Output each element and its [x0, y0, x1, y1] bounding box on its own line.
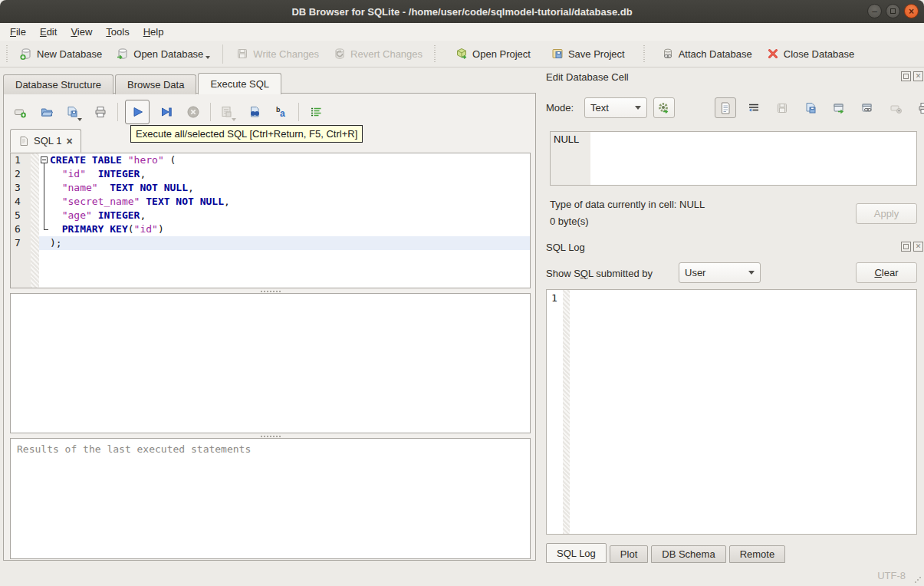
fold-column	[39, 209, 50, 222]
autocomplete-button[interactable]: ba	[271, 101, 291, 123]
edit-cell-dock-buttons: ✕	[901, 71, 923, 81]
tab-database-structure[interactable]: Database Structure	[3, 74, 113, 94]
sql-file-tab[interactable]: SQL 1 ×	[10, 129, 81, 153]
fold-margin	[31, 181, 39, 195]
editor-line[interactable]: 2 "id" INTEGER,	[11, 167, 530, 181]
clear-log-button[interactable]: Clear	[856, 262, 917, 283]
write-changes-button[interactable]: Write Changes	[229, 44, 326, 64]
float-dock-button[interactable]	[901, 71, 911, 81]
open-database-button[interactable]: Open Database	[109, 44, 217, 64]
tab-plot[interactable]: Plot	[610, 545, 648, 563]
editor-line[interactable]: 5 "age" INTEGER,	[11, 209, 530, 222]
resize-grip[interactable]	[915, 577, 921, 583]
maximize-button[interactable]	[886, 4, 900, 18]
copy-link-button[interactable]	[857, 97, 878, 118]
line-number: 1	[11, 153, 31, 167]
results-message-pane[interactable]: Results of the last executed statements	[10, 438, 531, 559]
attach-database-button[interactable]: Attach Database	[654, 44, 759, 64]
editor-line[interactable]: 6 PRIMARY KEY("id")	[11, 222, 530, 236]
attach-database-icon	[661, 47, 675, 61]
tab-browse-data[interactable]: Browse Data	[115, 74, 196, 94]
menu-file[interactable]: File	[3, 24, 33, 40]
open-sql-tab-button[interactable]	[10, 101, 30, 123]
open-external-button[interactable]	[828, 97, 850, 118]
save-sql-dropdown-icon[interactable]	[77, 118, 82, 121]
export-cell-button[interactable]	[800, 97, 821, 118]
editor-line[interactable]: 4 "secret_name" TEXT NOT NULL,	[11, 195, 530, 209]
editor-line[interactable]: 7);	[11, 236, 530, 250]
editor-line[interactable]: 1CREATE TABLE "hero" (	[11, 153, 530, 167]
tab-execute-sql[interactable]: Execute SQL	[198, 73, 281, 94]
link-icon	[860, 101, 874, 115]
fold-toggle-icon[interactable]	[41, 156, 48, 163]
tab-db-schema[interactable]: DB Schema	[651, 545, 725, 563]
apply-button[interactable]: Apply	[856, 203, 917, 224]
tab-sql-log[interactable]: SQL Log	[546, 543, 607, 563]
set-null-button[interactable]	[885, 97, 906, 118]
log-filter-combobox[interactable]: User	[679, 262, 761, 283]
menu-tools[interactable]: Tools	[99, 24, 136, 40]
document-view-button[interactable]	[715, 97, 736, 118]
app-window: DB Browser for SQLite - /home/user/code/…	[0, 0, 924, 586]
edit-cell-title: Edit Database Cell	[546, 71, 629, 83]
toolbar-drag-handle[interactable]	[432, 45, 438, 62]
close-dock-button[interactable]: ✕	[913, 71, 923, 81]
open-project-button[interactable]: Open Project	[448, 44, 538, 64]
toolbar-drag-handle[interactable]	[4, 45, 10, 62]
cell-type-info: Type of data currently in cell: NULL	[550, 199, 705, 210]
revert-changes-button[interactable]: Revert Changes	[326, 44, 429, 64]
import-icon	[775, 101, 789, 115]
search-button[interactable]	[245, 101, 265, 123]
set-null-icon	[889, 101, 903, 115]
import-cell-button[interactable]	[771, 97, 793, 118]
word-wrap-button[interactable]	[743, 97, 765, 118]
open-database-dropdown-icon[interactable]	[206, 56, 210, 59]
cell-value-text: NULL	[554, 133, 579, 145]
line-number: 4	[11, 195, 31, 209]
sql-tab-label: SQL 1	[34, 135, 61, 146]
cell-value-editor[interactable]: NULL	[550, 131, 917, 186]
menu-help[interactable]: Help	[136, 24, 171, 40]
cell-size-info: 0 byte(s)	[550, 216, 589, 227]
main-toolbar: New Database Open Database Write Changes…	[0, 41, 924, 67]
print-cell-button[interactable]	[913, 97, 924, 118]
results-grid-pane[interactable]	[10, 293, 531, 433]
open-sql-file-button[interactable]	[37, 101, 57, 123]
code-text: CREATE TABLE "hero" (	[50, 153, 176, 167]
float-dock-button[interactable]	[901, 242, 911, 252]
save-results-button[interactable]	[218, 101, 238, 123]
menu-edit[interactable]: Edit	[33, 24, 64, 40]
mode-combobox[interactable]: Text	[584, 97, 647, 118]
float-icon	[903, 74, 909, 79]
execute-all-button[interactable]	[125, 100, 150, 124]
open-external-icon	[832, 101, 846, 115]
format-sql-button[interactable]	[306, 101, 326, 123]
minimize-button[interactable]: –	[867, 4, 882, 18]
results-placeholder-text: Results of the last executed statements	[11, 439, 530, 459]
stop-button[interactable]	[183, 101, 203, 123]
binoculars-icon	[248, 105, 261, 119]
fold-margin	[31, 153, 39, 167]
letters-icon: ba	[275, 105, 288, 119]
close-dock-button[interactable]: ✕	[913, 242, 923, 252]
close-database-button[interactable]: Close Database	[759, 44, 862, 64]
toolbar-drag-handle[interactable]	[641, 45, 647, 62]
save-project-button[interactable]: Save Project	[544, 44, 632, 64]
save-sql-file-button[interactable]	[64, 101, 84, 123]
code-text: "name" TEXT NOT NULL,	[50, 181, 194, 195]
print-icon	[917, 101, 924, 115]
tab-remote[interactable]: Remote	[729, 545, 786, 563]
close-button[interactable]: ×	[904, 4, 919, 18]
titlebar[interactable]: DB Browser for SQLite - /home/user/code/…	[0, 0, 924, 23]
sql-log-view[interactable]: 1	[546, 289, 917, 535]
auto-switch-mode-button[interactable]	[653, 97, 675, 118]
open-database-icon	[116, 47, 130, 61]
execute-line-button[interactable]	[156, 101, 176, 123]
menu-view[interactable]: View	[64, 24, 99, 40]
toolbar-separator	[210, 103, 211, 121]
print-sql-button[interactable]	[90, 101, 110, 123]
sql-code-editor[interactable]: 1CREATE TABLE "hero" (2 "id" INTEGER,3 "…	[10, 153, 531, 288]
close-tab-icon[interactable]: ×	[66, 136, 72, 146]
editor-line[interactable]: 3 "name" TEXT NOT NULL,	[11, 181, 530, 195]
new-database-button[interactable]: New Database	[12, 44, 109, 64]
